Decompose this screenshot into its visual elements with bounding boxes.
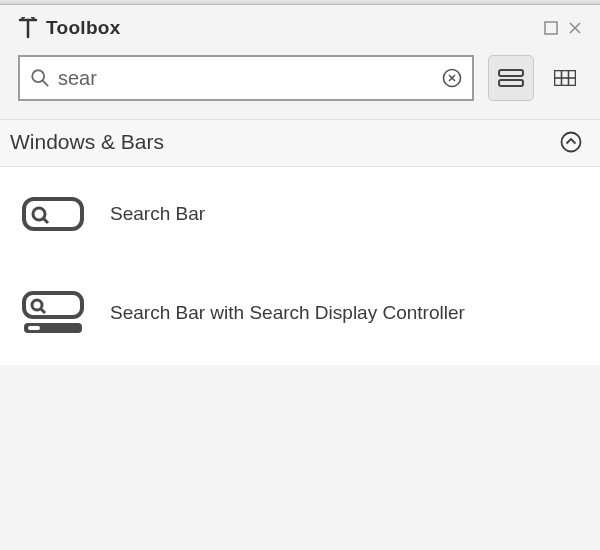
list-view-icon [498, 69, 524, 87]
panel-header: Toolbox [0, 5, 600, 55]
panel-title: Toolbox [46, 17, 121, 39]
toolbox-icon [18, 17, 38, 39]
svg-rect-3 [499, 70, 523, 76]
search-icon [30, 68, 50, 88]
search-input[interactable] [50, 67, 442, 90]
results-list: Search Bar Search Bar with Search Displa… [0, 167, 600, 365]
svg-rect-0 [545, 22, 557, 34]
list-item-label: Search Bar [110, 203, 205, 225]
svg-line-12 [43, 218, 48, 223]
detach-icon[interactable] [544, 21, 558, 35]
grid-view-button[interactable] [548, 55, 582, 101]
search-field[interactable] [18, 55, 474, 101]
svg-rect-17 [28, 326, 40, 330]
svg-rect-4 [499, 80, 523, 86]
search-bar-icon [22, 197, 84, 231]
list-view-button[interactable] [488, 55, 534, 101]
section-header[interactable]: Windows & Bars [0, 120, 600, 167]
search-bar-controller-icon [22, 291, 84, 335]
list-item[interactable]: Search Bar [0, 167, 600, 261]
section-title: Windows & Bars [10, 130, 164, 154]
chevron-up-icon[interactable] [560, 131, 582, 153]
close-icon[interactable] [568, 21, 582, 35]
list-item-label: Search Bar with Search Display Controlle… [110, 302, 465, 324]
svg-point-9 [562, 133, 581, 152]
toolbar [0, 55, 600, 120]
svg-point-1 [32, 70, 44, 82]
clear-search-icon[interactable] [442, 68, 462, 88]
svg-line-15 [41, 309, 46, 314]
grid-view-icon [554, 70, 576, 86]
empty-area [0, 365, 600, 550]
list-item[interactable]: Search Bar with Search Display Controlle… [0, 261, 600, 365]
